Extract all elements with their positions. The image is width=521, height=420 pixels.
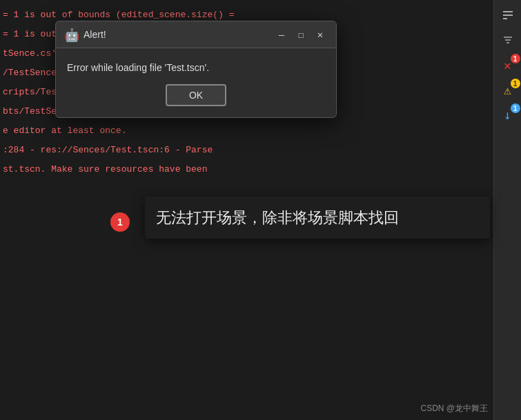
error-icon[interactable]: ✕ 1 — [495, 55, 520, 74]
filter-icon[interactable] — [495, 30, 520, 50]
tooltip-popup: 无法打开场景，除非将场景脚本找回 — [145, 197, 490, 239]
alert-body: Error while loading file 'Test.tscn'. OK — [56, 48, 336, 117]
svg-rect-0 — [503, 11, 513, 12]
alert-dialog: 🤖 Alert! — ☐ ✕ Error while loading file … — [55, 21, 337, 118]
tooltip-text: 无法打开场景，除非将场景脚本找回 — [156, 206, 479, 229]
info-icon[interactable]: ↓ 1 — [495, 105, 520, 124]
console-line: :284 - res://Sences/Test.tscn:6 - Parse — [3, 141, 491, 160]
svg-rect-2 — [503, 18, 507, 19]
window-controls: — ☐ ✕ — [274, 27, 328, 42]
info-badge: 1 — [511, 103, 520, 113]
right-toolbar: ✕ 1 ⚠ 1 ↓ 1 — [493, 0, 521, 420]
notification-badge: 1 — [110, 212, 130, 232]
warning-badge: 1 — [511, 79, 520, 88]
ok-button[interactable]: OK — [166, 84, 226, 106]
minimize-button[interactable]: — — [274, 27, 289, 42]
console-line: st.tscn. Make sure resources have been — [3, 160, 491, 179]
alert-titlebar: 🤖 Alert! — ☐ ✕ — [56, 21, 336, 48]
alert-message: Error while loading file 'Test.tscn'. — [67, 62, 325, 73]
warning-icon[interactable]: ⚠ 1 — [495, 80, 520, 99]
error-badge: 1 — [511, 54, 520, 63]
layout-icon[interactable] — [495, 6, 520, 25]
close-button[interactable]: ✕ — [313, 27, 328, 42]
watermark: CSDN @龙中舞王 — [420, 403, 488, 414]
maximize-button[interactable]: ☐ — [293, 27, 308, 42]
svg-rect-1 — [503, 14, 513, 16]
alert-robot-icon: 🤖 — [64, 28, 78, 41]
alert-title: Alert! — [83, 29, 268, 40]
console-line: e editor at least once. — [3, 121, 491, 141]
